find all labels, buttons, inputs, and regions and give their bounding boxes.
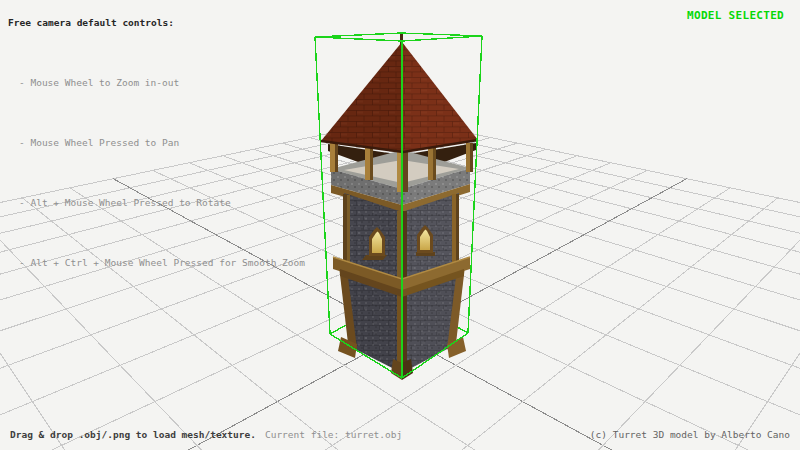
- current-file-label: Current file: turret.obj: [265, 429, 402, 440]
- viewport-3d[interactable]: Free camera default controls: - Mouse Wh…: [0, 0, 800, 450]
- upper-corner-post-right: [452, 194, 456, 262]
- help-item-smooth: - Alt + Ctrl + Mouse Wheel Pressed for S…: [19, 253, 305, 273]
- help-item-zoom: - Mouse Wheel to Zoom in-out: [19, 73, 305, 93]
- help-list: - Mouse Wheel to Zoom in-out - Mouse Whe…: [19, 33, 305, 313]
- status-badge: MODEL SELECTED: [687, 9, 784, 22]
- upper-corner-post-front: [397, 211, 402, 284]
- footer-left: Drag & drop .obj/.png to load mesh/textu…: [10, 429, 402, 440]
- help-title: Free camera default controls:: [8, 17, 174, 28]
- bbox-top-face: [315, 33, 482, 41]
- help-item-pan: - Mouse Wheel Pressed to Pan: [19, 133, 305, 153]
- upper-corner-post-left: [343, 194, 347, 262]
- turret-model[interactable]: [321, 34, 478, 380]
- help-item-rotate: - Alt + Mouse Wheel Pressed to Rotate: [19, 193, 305, 213]
- credit-label: (c) Turret 3D model by Alberto Cano: [590, 429, 790, 440]
- drop-hint: Drag & drop .obj/.png to load mesh/textu…: [10, 429, 256, 440]
- roof: [321, 34, 478, 152]
